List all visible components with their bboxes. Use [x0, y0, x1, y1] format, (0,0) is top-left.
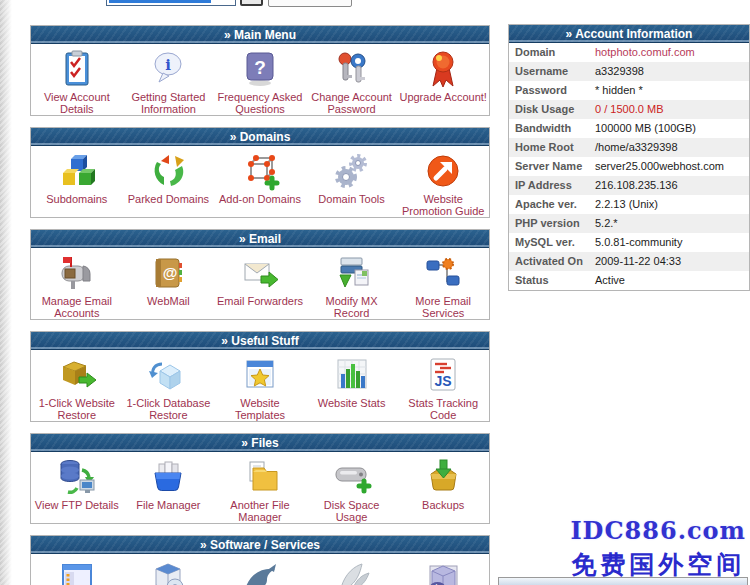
section-body: View Account DetailsiGetting Started Inf…: [31, 44, 489, 115]
account-row-status: StatusActive: [509, 271, 749, 290]
section-title: Email: [249, 232, 281, 246]
menu-item-modify-mx-record[interactable]: Modify MX Record: [306, 248, 398, 319]
address-book-icon: @: [148, 253, 188, 293]
menu-item-1-click-database-restore[interactable]: 1-Click Database Restore: [123, 350, 215, 421]
menu-item-php-cube[interactable]: php: [397, 554, 489, 585]
menu-item-label: Frequency Asked Questions: [215, 91, 305, 115]
header-chevrons: »: [566, 27, 573, 41]
account-row-label: PHP version: [515, 214, 595, 233]
question-mark-icon: ?: [240, 49, 280, 89]
account-row-label: Activated On: [515, 252, 595, 271]
section-box-domains: » DomainsSubdomainsParked DomainsAdd-on …: [30, 127, 490, 218]
account-row-domain: Domainhotphoto.comuf.com: [509, 43, 749, 62]
js-code-icon: JS: [423, 355, 463, 395]
section-header: » Files: [31, 434, 489, 452]
phpmyadmin-sails-icon: php: [332, 559, 372, 585]
menu-item-label: Parked Domains: [128, 193, 209, 205]
account-row-value: 0 / 1500.0 MB: [595, 100, 664, 119]
menu-item-another-file-manager[interactable]: Another File Manager: [214, 452, 306, 523]
menu-item-label: Modify MX Record: [307, 295, 397, 319]
section-box-useful-stuff: » Useful Stuff1-Click Website Restore1-C…: [30, 331, 490, 422]
menu-item-add-on-domains[interactable]: Add-on Domains: [214, 146, 306, 217]
menu-item-disk-space-usage[interactable]: Disk Space Usage: [306, 452, 398, 523]
account-row-label: Status: [515, 271, 595, 290]
menu-item-label: 1-Click Website Restore: [32, 397, 122, 421]
menu-item-phpmyadmin-sails[interactable]: php: [306, 554, 398, 585]
account-info-panel: » Account Information Domainhotphoto.com…: [508, 24, 750, 302]
create-new-button[interactable]: [268, 0, 352, 7]
menu-item-email-forwarders[interactable]: Email Forwarders: [214, 248, 306, 319]
menu-item-label: Disk Space Usage: [307, 499, 397, 523]
menu-item-label: View Account Details: [32, 91, 122, 115]
menu-item-label: 1-Click Database Restore: [123, 397, 213, 421]
menu-item-label: Domain Tools: [318, 193, 384, 205]
account-row-label: Bandwidth: [515, 119, 595, 138]
header-chevrons: »: [224, 28, 231, 42]
account-row-value: 100000 MB (100GB): [595, 119, 696, 138]
account-row-value: 2009-11-22 04:33: [595, 252, 681, 271]
ftp-transfer-icon: [57, 457, 97, 497]
php-cube-icon: php: [423, 559, 463, 585]
svg-text:@: @: [163, 264, 178, 281]
cube-restore-icon: [148, 355, 188, 395]
account-row-ip-address: IP Address216.108.235.136: [509, 176, 749, 195]
mail-server-icon: [332, 253, 372, 293]
menu-item-webmail[interactable]: @WebMail: [123, 248, 215, 319]
menu-item-label: Upgrade Account!: [399, 91, 486, 103]
account-row-label: Apache ver.: [515, 195, 595, 214]
go-button[interactable]: [240, 0, 263, 6]
envelope-forward-icon: [240, 253, 280, 293]
flowchart-icon: [423, 253, 463, 293]
menu-item-website-stats[interactable]: Website Stats: [306, 350, 398, 421]
account-row-mysql-ver: MySQL ver.5.0.81-community: [509, 233, 749, 252]
section-header: » Email: [31, 230, 489, 248]
svg-text:?: ?: [254, 57, 266, 78]
menu-item-backups[interactable]: Backups: [397, 452, 489, 523]
account-info-table: Domainhotphoto.comuf.comUsernamea3329398…: [509, 43, 749, 290]
menu-item-change-account-password[interactable]: Change Account Password: [306, 44, 398, 115]
menu-item-parked-domains[interactable]: Parked Domains: [123, 146, 215, 217]
menu-item-domain-tools[interactable]: Domain Tools: [306, 146, 398, 217]
menu-item-manage-email-accounts[interactable]: Manage Email Accounts: [31, 248, 123, 319]
section-box-email: » EmailManage Email Accounts@WebMailEmai…: [30, 229, 490, 320]
menu-item-software-box[interactable]: [123, 554, 215, 585]
menu-item-app-window[interactable]: [31, 554, 123, 585]
svg-text:JS: JS: [435, 373, 452, 389]
network-cube-icon: [240, 151, 280, 191]
menu-item-label: Another File Manager: [215, 499, 305, 523]
menu-item-stats-tracking-code[interactable]: JSStats Tracking Code: [397, 350, 489, 421]
menu-item-upgrade-account[interactable]: Upgrade Account!: [397, 44, 489, 115]
mysql-dolphin-icon: [240, 559, 280, 585]
section-body: 1-Click Website Restore1-Click Database …: [31, 350, 489, 421]
account-row-value: 216.108.235.136: [595, 176, 678, 195]
menu-item-label: Manage Email Accounts: [32, 295, 122, 319]
menu-item-frequency-asked-questions[interactable]: ?Frequency Asked Questions: [214, 44, 306, 115]
hard-drive-plus-icon: [332, 457, 372, 497]
menu-item-subdomains[interactable]: Subdomains: [31, 146, 123, 217]
account-row-value: Active: [595, 271, 625, 290]
menu-item-view-account-details[interactable]: View Account Details: [31, 44, 123, 115]
menu-item-website-templates[interactable]: Website Templates: [214, 350, 306, 421]
keys-icon: [332, 49, 372, 89]
account-row-apache-ver: Apache ver.2.2.13 (Unix): [509, 195, 749, 214]
account-row-username: Usernamea3329398: [509, 62, 749, 81]
account-row-label: Disk Usage: [515, 100, 595, 119]
mailbox-icon: [57, 253, 97, 293]
section-title: Files: [251, 436, 278, 450]
info-balloon-icon: i: [148, 49, 188, 89]
menu-item-mysql-dolphin[interactable]: [214, 554, 306, 585]
menu-item-file-manager[interactable]: File Manager: [123, 452, 215, 523]
menu-item-website-promotion-guide[interactable]: Website Promotion Guide: [397, 146, 489, 217]
menu-item-label: More Email Services: [398, 295, 488, 319]
account-row-value[interactable]: hotphoto.comuf.com: [595, 43, 695, 62]
menu-item-more-email-services[interactable]: More Email Services: [397, 248, 489, 319]
account-row-label: MySQL ver.: [515, 233, 595, 252]
account-info-header: » Account Information: [509, 25, 749, 43]
subdomain-input[interactable]: [106, 0, 236, 6]
menu-item-view-ftp-details[interactable]: View FTP Details: [31, 452, 123, 523]
section-title: Main Menu: [234, 28, 296, 42]
menu-item-getting-started-information[interactable]: iGetting Started Information: [123, 44, 215, 115]
menu-item-1-click-website-restore[interactable]: 1-Click Website Restore: [31, 350, 123, 421]
menu-item-label: Backups: [422, 499, 464, 511]
bar-chart-icon: [332, 355, 372, 395]
